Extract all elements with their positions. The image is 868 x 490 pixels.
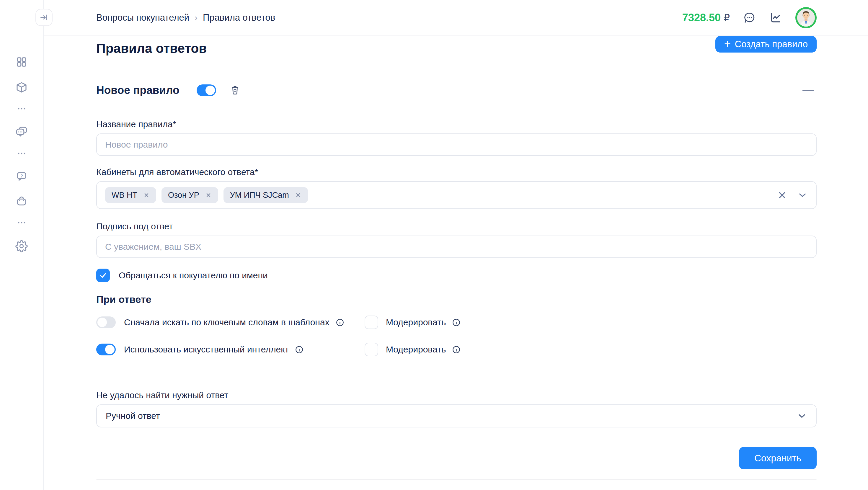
moderate-label: Модерировать <box>386 317 446 327</box>
questions-bubble-icon[interactable]: ? <box>12 167 31 186</box>
cabinet-chip: WB НТ <box>105 187 156 203</box>
moderate-label: Модерировать <box>386 344 446 355</box>
info-icon[interactable] <box>452 345 461 354</box>
rule-card-header: Новое правило <box>96 83 817 97</box>
keywords-toggle[interactable] <box>96 316 116 328</box>
chip-remove-icon[interactable] <box>143 192 150 198</box>
rule-name-label: Название правила* <box>96 119 817 130</box>
svg-text:?: ? <box>20 173 23 178</box>
more-dots-icon[interactable] <box>12 144 31 163</box>
info-icon[interactable] <box>294 345 304 354</box>
toggle-knob <box>97 317 107 327</box>
chip-label: WB НТ <box>112 191 137 200</box>
more-dots-icon[interactable] <box>12 99 31 118</box>
rule-name-input[interactable] <box>96 133 817 156</box>
cabinet-chip: Озон УР <box>161 187 218 203</box>
info-icon[interactable] <box>335 318 345 327</box>
fallback-select[interactable]: Ручной ответ <box>96 404 817 427</box>
moderate-checkbox[interactable] <box>365 315 378 329</box>
check-icon <box>99 271 107 279</box>
address-by-name-label: Обращаться к покупателю по имени <box>119 270 268 280</box>
ruble-sign: ₽ <box>724 12 730 24</box>
collapse-rule-icon[interactable] <box>800 87 817 94</box>
address-by-name-row[interactable]: Обращаться к покупателю по имени <box>96 269 817 282</box>
multiselect-controls <box>777 190 808 201</box>
toggle-knob <box>105 345 115 354</box>
option-row-keywords: Сначала искать по ключевым словам в шабл… <box>96 315 817 330</box>
chevron-down-icon[interactable] <box>797 190 808 201</box>
rule-enabled-toggle[interactable] <box>197 85 216 96</box>
breadcrumb-current: Правила ответов <box>203 12 275 23</box>
address-by-name-checkbox[interactable] <box>96 269 110 282</box>
cabinet-chip: УМ ИПЧ SJCam <box>223 187 308 203</box>
breadcrumb-parent[interactable]: Вопросы покупателей <box>96 12 189 23</box>
moderate-group: Модерировать <box>365 343 461 356</box>
option-row-ai: Использовать искусственный интеллект Мод… <box>96 342 817 357</box>
chip-label: УМ ИПЧ SJCam <box>230 191 289 200</box>
fallback-label: Не удалось найти нужный ответ <box>96 390 817 401</box>
rule-name-group: Название правила* <box>96 119 817 156</box>
moderate-checkbox[interactable] <box>365 343 378 356</box>
ai-toggle[interactable] <box>96 344 116 356</box>
breadcrumb-separator-icon: › <box>194 13 197 23</box>
create-rule-button-label: Создать правило <box>735 39 808 50</box>
dashboard-grid-icon[interactable] <box>12 53 31 71</box>
balance[interactable]: 7328.50 ₽ <box>682 11 730 24</box>
page-title: Правила ответов <box>96 36 207 57</box>
analytics-chart-icon[interactable] <box>769 11 782 24</box>
breadcrumb: Вопросы покупателей › Правила ответов <box>96 12 275 23</box>
create-rule-button[interactable]: + Создать правило <box>715 36 817 53</box>
chip-remove-icon[interactable] <box>205 192 212 198</box>
cabinet-chips: WB НТ Озон УР УМ ИПЧ SJCam <box>105 187 772 203</box>
delete-rule-icon[interactable] <box>230 85 240 96</box>
chip-remove-icon[interactable] <box>295 192 302 198</box>
ai-label: Использовать искусственный интеллект <box>124 344 289 355</box>
chevron-down-icon <box>797 410 807 421</box>
cabinets-label: Кабинеты для автоматического ответа* <box>96 166 817 178</box>
keywords-label: Сначала искать по ключевым словам в шабл… <box>124 317 330 327</box>
more-dots-icon[interactable] <box>12 213 31 232</box>
save-button[interactable]: Сохранить <box>739 447 817 469</box>
plus-icon: + <box>724 38 731 49</box>
user-avatar[interactable] <box>795 7 817 28</box>
support-chat-icon[interactable] <box>743 11 756 24</box>
top-bar: Вопросы покупателей › Правила ответов 73… <box>44 0 868 36</box>
minus-icon <box>802 90 814 91</box>
toggle-knob <box>206 86 215 95</box>
info-icon[interactable] <box>452 318 461 327</box>
cabinets-multiselect[interactable]: WB НТ Озон УР УМ ИПЧ SJCam <box>96 181 817 209</box>
cabinets-group: Кабинеты для автоматического ответа* WB … <box>96 166 817 209</box>
fallback-group: Не удалось найти нужный ответ Ручной отв… <box>96 390 817 427</box>
signature-input[interactable] <box>96 236 817 258</box>
clear-all-icon[interactable] <box>777 190 787 200</box>
chats-icon[interactable] <box>12 122 31 141</box>
section-divider <box>96 479 817 480</box>
signature-label: Подпись под ответ <box>96 221 817 232</box>
sidebar-collapse-button[interactable] <box>35 9 53 26</box>
settings-gear-icon[interactable] <box>12 237 31 256</box>
sidebar: ? <box>0 0 44 490</box>
signature-group: Подпись под ответ <box>96 221 817 258</box>
rule-title: Новое правило <box>96 83 180 97</box>
chip-label: Озон УР <box>168 191 199 200</box>
arrow-to-bar-icon <box>39 13 49 22</box>
products-box-icon[interactable] <box>12 78 31 97</box>
main-content: Правила ответов + Создать правило Новое … <box>44 36 868 490</box>
moderate-group: Модерировать <box>365 315 461 329</box>
fallback-selected-value: Ручной ответ <box>106 411 160 421</box>
balance-amount: 7328.50 <box>682 11 721 24</box>
marketplace-bag-icon[interactable] <box>12 191 31 210</box>
answer-section-title: При ответе <box>96 293 817 306</box>
